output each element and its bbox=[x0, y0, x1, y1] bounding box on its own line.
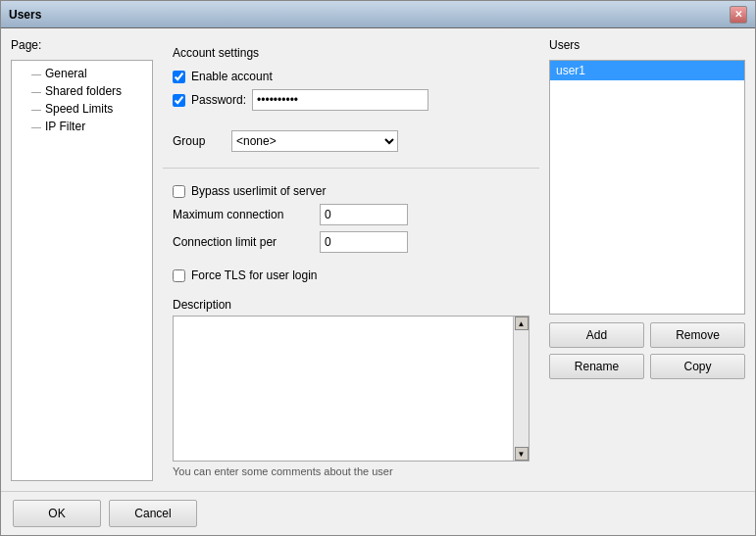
sidebar-item-speed-limits[interactable]: — Speed Limits bbox=[16, 100, 148, 118]
description-hint: You can enter some comments about the us… bbox=[173, 465, 529, 477]
sidebar-item-general[interactable]: — General bbox=[16, 65, 148, 82]
scrollbar-track bbox=[514, 330, 529, 447]
rename-copy-row: Rename Copy bbox=[549, 354, 745, 379]
password-label: Password: bbox=[191, 93, 246, 107]
close-button[interactable]: ✕ bbox=[730, 6, 747, 24]
password-checkbox[interactable] bbox=[173, 94, 185, 107]
bypass-row: Bypass userlimit of server bbox=[173, 184, 529, 198]
divider-1 bbox=[163, 168, 539, 169]
password-row: Password: bbox=[173, 89, 529, 111]
bypass-label: Bypass userlimit of server bbox=[191, 184, 326, 198]
description-section: Description ▲ ▼ You can enter some comme… bbox=[163, 294, 539, 481]
ok-button[interactable]: OK bbox=[13, 500, 101, 527]
tree-label-shared-folders: Shared folders bbox=[45, 84, 122, 98]
users-list-item-user1[interactable]: user1 bbox=[550, 61, 744, 80]
connection-limit-label: Connection limit per bbox=[173, 235, 310, 249]
group-select[interactable]: <none> bbox=[231, 130, 398, 152]
remove-button[interactable]: Remove bbox=[650, 322, 745, 348]
max-connection-row: Maximum connection bbox=[173, 204, 529, 225]
password-input[interactable] bbox=[252, 89, 428, 111]
description-wrapper: ▲ ▼ bbox=[173, 316, 529, 462]
dialog-footer: OK Cancel bbox=[1, 491, 755, 535]
bypass-checkbox[interactable] bbox=[173, 185, 185, 198]
tree-dash-speed: — bbox=[31, 104, 41, 115]
tree-dash-general: — bbox=[31, 69, 41, 79]
account-settings-section: Account settings Enable account Password… bbox=[163, 38, 539, 119]
right-panel: Users user1 Add Remove Rename Copy bbox=[549, 38, 745, 481]
users-dialog: Users ✕ Page: — General — Shared folders… bbox=[0, 0, 756, 536]
add-remove-row: Add Remove bbox=[549, 322, 745, 348]
center-panel: Account settings Enable account Password… bbox=[163, 38, 539, 481]
connection-limit-input[interactable] bbox=[320, 231, 408, 253]
server-section: Bypass userlimit of server Maximum conne… bbox=[163, 180, 539, 257]
users-label: Users bbox=[549, 38, 745, 52]
account-settings-label: Account settings bbox=[173, 46, 529, 60]
connection-limit-row: Connection limit per bbox=[173, 231, 529, 253]
page-tree: — General — Shared folders — Speed Limit… bbox=[11, 60, 153, 481]
left-panel: Page: — General — Shared folders — Speed… bbox=[11, 38, 153, 481]
force-tls-label: Force TLS for user login bbox=[191, 268, 318, 282]
users-buttons: Add Remove Rename Copy bbox=[549, 322, 745, 379]
max-connection-label: Maximum connection bbox=[173, 208, 310, 221]
sidebar-item-shared-folders[interactable]: — Shared folders bbox=[16, 82, 148, 100]
dialog-title: Users bbox=[9, 8, 41, 22]
sidebar-item-ip-filter[interactable]: — IP Filter bbox=[16, 118, 148, 135]
description-label: Description bbox=[173, 298, 529, 312]
page-label: Page: bbox=[11, 38, 153, 52]
enable-account-label: Enable account bbox=[191, 70, 273, 83]
cancel-button[interactable]: Cancel bbox=[109, 500, 197, 527]
dialog-body: Page: — General — Shared folders — Speed… bbox=[1, 28, 755, 491]
users-listbox: user1 bbox=[549, 60, 745, 315]
tree-label-ip-filter: IP Filter bbox=[45, 120, 85, 133]
title-bar: Users ✕ bbox=[1, 1, 755, 28]
force-tls-checkbox[interactable] bbox=[173, 269, 185, 282]
tree-dash-shared: — bbox=[31, 86, 41, 97]
enable-account-checkbox[interactable] bbox=[173, 71, 185, 83]
tls-section: Force TLS for user login bbox=[163, 265, 539, 286]
enable-account-row: Enable account bbox=[173, 70, 529, 83]
tree-dash-ip: — bbox=[31, 122, 41, 132]
group-row: Group <none> bbox=[163, 126, 539, 156]
rename-button[interactable]: Rename bbox=[549, 354, 644, 379]
scrollbar-down-arrow[interactable]: ▼ bbox=[515, 447, 529, 461]
scrollbar-up-arrow[interactable]: ▲ bbox=[515, 317, 529, 330]
tree-label-speed-limits: Speed Limits bbox=[45, 102, 113, 116]
add-button[interactable]: Add bbox=[549, 322, 644, 348]
description-textarea[interactable] bbox=[174, 317, 513, 461]
group-label: Group bbox=[173, 134, 222, 148]
tree-label-general: General bbox=[45, 67, 87, 80]
description-scrollbar: ▲ ▼ bbox=[513, 317, 529, 461]
max-connection-input[interactable] bbox=[320, 204, 408, 225]
force-tls-row: Force TLS for user login bbox=[173, 268, 529, 282]
copy-button[interactable]: Copy bbox=[650, 354, 745, 379]
